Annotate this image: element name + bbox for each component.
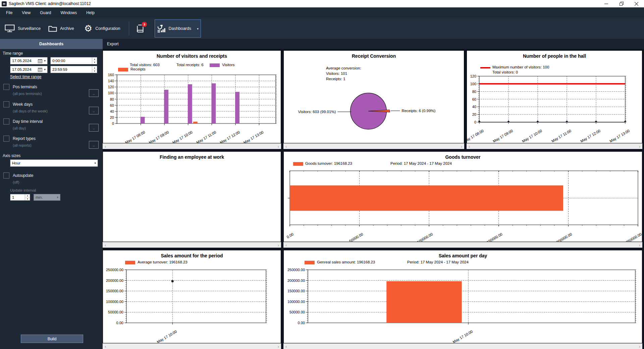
time-to-field[interactable]: 23:59:59 ▲▼ [50,66,97,73]
date-to-field[interactable]: 17.05.2024 ▾ [10,66,48,73]
scroll-right-icon[interactable]: › [278,344,279,349]
day-time-interval-checkbox[interactable] [3,118,9,124]
scroll-left-icon[interactable]: ‹ [285,243,287,248]
menu-help[interactable]: Help [82,7,99,18]
menu-file[interactable]: File [1,7,17,18]
sales-legend-swatch [305,261,315,264]
sidebar-header: Dashboards [0,39,103,49]
time-to-spinner[interactable]: ▲▼ [92,66,97,73]
notifications-button[interactable]: 3 [134,19,150,38]
max-visitors-legend-label: Maximum number of visitors: 100 [492,65,549,69]
toolbar: Surveillance Archive ⚙ Configuration 3 D… [0,18,644,39]
menu-view[interactable]: View [17,7,35,18]
select-time-range-link[interactable]: Select time range [10,74,41,79]
restore-button[interactable] [614,0,629,7]
svg-text:120: 120 [470,74,476,78]
svg-text:0.00: 0.00 [286,232,294,239]
report-types-more-button[interactable]: .. [89,141,99,149]
pos-terminals-more-button[interactable]: .. [89,89,99,97]
archive-button[interactable]: Archive [46,19,76,38]
minimize-button[interactable] [599,0,614,7]
total-visitors-stat: Total visitors: 603 [130,63,160,67]
h-scrollbar[interactable]: ‹ › [283,143,464,149]
svg-text:200000.00: 200000.00 [555,232,573,242]
h-scrollbar[interactable]: ‹ › [283,242,642,248]
build-button[interactable]: Build [21,335,83,343]
scroll-left-icon[interactable]: ‹ [469,144,470,149]
svg-text:20: 20 [472,112,476,116]
chart-employee-at-work: Finding an employee at work [103,151,281,242]
receipts-legend-swatch [118,68,128,71]
panel-goods-turnover: Goods turnover Goods turnover: 196168.23… [283,151,642,248]
app-icon [2,1,7,6]
autoupdate-label: Autoupdate [13,173,33,178]
autoupdate-checkbox[interactable] [3,172,9,179]
sales-per-day-bar-chart: 0.0050000.00100000.00150000.00200000.002… [284,250,642,343]
week-days-more-button[interactable]: .. [89,107,99,114]
close-icon [635,2,638,6]
date-from-field[interactable]: 17.05.2024 ▾ [10,57,48,64]
svg-text:May 17 08:00: May 17 08:00 [467,129,484,143]
scroll-right-icon[interactable]: › [278,144,279,149]
scroll-left-icon[interactable]: ‹ [105,344,106,349]
svg-text:May 17 11:00: May 17 11:00 [196,130,217,143]
svg-text:250000.00: 250000.00 [106,268,123,272]
update-interval-spinner[interactable]: ▲▼ [25,194,30,200]
scroll-left-icon[interactable]: ‹ [285,344,287,349]
export-menu-item[interactable]: Export [103,39,119,49]
menu-windows[interactable]: Windows [56,7,82,18]
svg-text:250000.00: 250000.00 [287,268,305,272]
chart-title: Number of people in the hall [467,53,642,59]
receipt-conversion-pie-chart: Visitors: 603 (99.01%)Receipts: 6 (0.99%… [284,51,464,143]
scroll-right-icon[interactable]: › [278,243,279,248]
scroll-left-icon[interactable]: ‹ [285,144,287,149]
configuration-label: Configuration [95,26,120,31]
panel-sales-per-day: Sales amount per day Genreal sales amoun… [283,250,642,349]
close-button[interactable] [629,0,644,7]
h-scrollbar[interactable]: ‹ › [467,143,642,149]
configuration-button[interactable]: ⚙ Configuration [82,19,122,38]
report-types-checkbox[interactable] [3,136,9,142]
update-interval-input[interactable]: 1 ▲▼ [10,194,30,201]
svg-text:0: 0 [474,120,476,124]
update-interval-unit-select[interactable]: min. ▾ [34,194,60,201]
time-to-value: 23:59:59 [51,67,92,71]
h-scrollbar[interactable]: ‹ › [103,242,281,248]
update-interval-label: Update interval [10,188,36,192]
scroll-right-icon[interactable]: › [639,144,640,149]
chart-sales-per-day: Sales amount per day Genreal sales amoun… [283,250,642,343]
sidebar: Dashboards Time range 17.05.2024 ▾ 0:00:… [0,39,103,349]
date-from-caret-icon[interactable]: ▾ [42,59,47,62]
svg-text:May 17 08:00: May 17 08:00 [124,130,146,143]
time-range-label: Time range [3,51,23,56]
day-time-interval-more-button[interactable]: .. [89,124,99,132]
week-days-checkbox[interactable] [3,101,9,107]
date-to-caret-icon[interactable]: ▾ [42,68,47,71]
scroll-left-icon[interactable]: ‹ [105,243,106,248]
time-from-field[interactable]: 0:00:00 ▲▼ [50,57,97,64]
surveillance-button[interactable]: Surveillance [3,19,43,38]
scroll-right-icon[interactable]: › [639,243,640,248]
h-scrollbar[interactable]: ‹ › [103,343,281,349]
time-from-spinner[interactable]: ▲▼ [92,57,97,64]
menu-guard[interactable]: Guard [35,7,56,18]
pos-terminals-checkbox[interactable] [3,84,9,90]
chart-title: Finding an employee at work [103,154,281,160]
h-scrollbar[interactable]: ‹ › [103,143,281,149]
report-types-sublabel: (all reports) [13,143,32,147]
svg-text:20: 20 [110,115,114,119]
scroll-right-icon[interactable]: › [639,344,640,349]
day-time-interval-sublabel: (all day) [13,126,26,130]
scroll-right-icon[interactable]: › [461,144,462,149]
svg-text:200000.00: 200000.00 [106,279,123,283]
scroll-left-icon[interactable]: ‹ [105,144,106,149]
chevron-down-icon[interactable]: ▾ [197,27,199,31]
report-types-label: Report types [13,136,36,141]
svg-text:150000.00: 150000.00 [287,289,305,293]
dashboards-button[interactable]: Dashboards ▾ [155,19,201,38]
h-scrollbar[interactable]: ‹ › [283,343,642,349]
axis-sizes-select[interactable]: Hour ▾ [10,159,98,167]
svg-text:140: 140 [108,79,114,83]
dashboard-grid: Number of visitors and receipts Total vi… [103,50,642,349]
goods-turnover-legend-label: Goods turnover: 196168.23 [305,161,352,165]
